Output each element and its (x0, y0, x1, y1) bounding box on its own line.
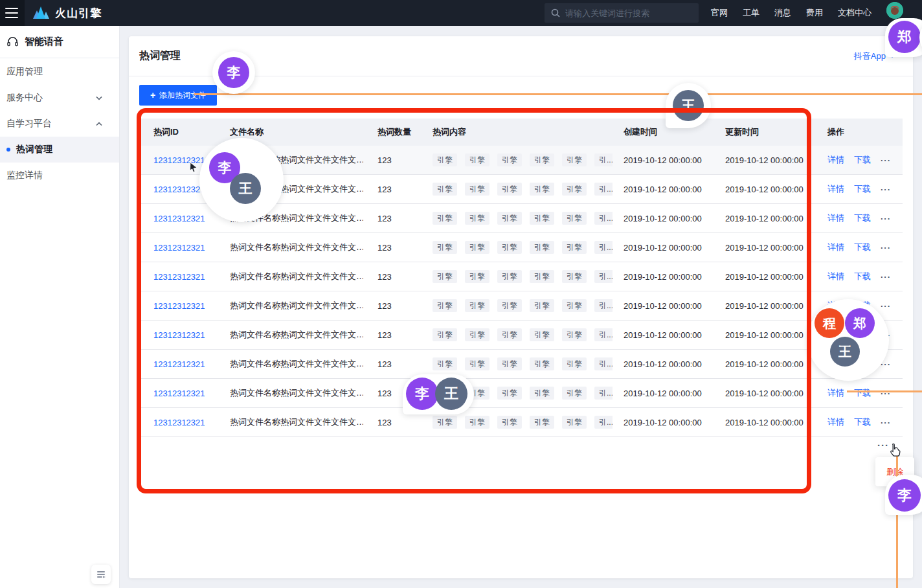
brand-logo[interactable]: 火山引擎 (32, 0, 102, 26)
hotword-tag: 引擎 (530, 357, 554, 370)
hotword-tag: 引擎 (433, 299, 457, 312)
updated-time-cell: 2019-10-12 00:00:00 (714, 359, 816, 369)
tag-list: 引擎引擎引擎引擎引擎引... (433, 328, 613, 341)
sidebar-item-hotword-management[interactable]: 热词管理 (0, 137, 119, 163)
row-actions: 详情下载··· (827, 212, 903, 224)
tag-list: 引擎引擎引擎引擎引擎引... (433, 270, 613, 283)
hotword-id-link[interactable]: 12312312321 (153, 330, 205, 340)
row-more-button[interactable]: ··· (881, 243, 891, 253)
hotword-tag: 引擎 (433, 212, 457, 225)
hotword-tag: 引擎 (497, 357, 522, 370)
detail-link[interactable]: 详情 (827, 271, 844, 282)
detail-link[interactable]: 详情 (827, 183, 844, 195)
search-icon (551, 8, 560, 17)
created-time-cell: 2019-10-12 00:00:00 (613, 155, 714, 165)
hotword-id-link[interactable]: 12312312321 (153, 389, 205, 398)
row-more-button[interactable]: ··· (881, 185, 891, 194)
table-row: 12312312321热词文件名称热词文件文件文件文…123引擎引擎引擎引擎引擎… (139, 321, 903, 350)
hotword-id-link[interactable]: 12312312321 (153, 301, 205, 311)
row-more-button[interactable]: ··· (881, 155, 891, 165)
download-link[interactable]: 下载 (854, 387, 871, 399)
hotword-count-cell: 123 (363, 243, 418, 253)
row-more-button[interactable]: ··· (881, 418, 891, 427)
actions-cell: 详情下载··· (816, 416, 903, 428)
quick-entry-button[interactable] (91, 565, 111, 584)
hotword-tag: 引擎 (497, 270, 522, 283)
tag-list: 引擎引擎引擎引擎引擎引... (433, 212, 613, 225)
hotword-id-link[interactable]: 12312312321 (153, 214, 205, 223)
detail-link[interactable]: 详情 (827, 242, 844, 253)
hotword-tag: 引擎 (433, 416, 457, 429)
hotword-tag: 引擎 (562, 183, 587, 196)
row-more-button[interactable]: ··· (881, 214, 891, 223)
search-input[interactable] (565, 8, 692, 18)
sidebar-item-label: 应用管理 (6, 66, 43, 78)
row-more-button[interactable]: ··· (881, 301, 891, 311)
hamburger-menu-button[interactable] (0, 0, 25, 26)
avatar-wang: 王 (435, 378, 467, 410)
actions-cell: 详情下载··· (816, 183, 903, 195)
nav-link-ticket[interactable]: 工单 (743, 7, 759, 19)
hotword-id-cell: 12312312321 (139, 301, 216, 311)
sidebar-item-app-management[interactable]: 应用管理 (0, 59, 119, 85)
detail-link[interactable]: 详情 (827, 416, 844, 428)
download-link[interactable]: 下载 (854, 154, 871, 166)
table-row: 12312312321热词文件名称热词文件文件文件文…123引擎引擎引擎引擎引擎… (139, 291, 903, 321)
download-link[interactable]: 下载 (854, 242, 871, 253)
created-time-cell: 2019-10-12 00:00:00 (613, 243, 714, 253)
row-more-button[interactable]: ··· (881, 389, 891, 398)
hotword-id-link[interactable]: 12312312321 (153, 418, 205, 427)
file-name-cell: 热词文件名称热词文件文件文件文… (216, 358, 363, 370)
hotword-content-cell: 引擎引擎引擎引擎引擎引... (418, 416, 613, 429)
user-avatar[interactable] (886, 2, 903, 19)
hotword-tag: 引擎 (433, 328, 457, 341)
hotword-tag: 引... (594, 270, 613, 283)
hotword-id-link[interactable]: 12312312321 (153, 243, 205, 253)
sidebar-item-label: 热词管理 (16, 144, 52, 155)
avatar-li: 李 (406, 378, 438, 410)
detail-link[interactable]: 详情 (827, 154, 844, 166)
updated-time-cell: 2019-10-12 00:00:00 (714, 272, 816, 282)
hotword-content-cell: 引擎引擎引擎引擎引擎引... (418, 241, 613, 254)
avatar-zheng: 郑 (888, 21, 921, 53)
nav-link-message[interactable]: 消息 (774, 7, 791, 19)
row-actions: 详情下载··· (827, 154, 903, 166)
nav-link-billing[interactable]: 费用 (806, 7, 823, 19)
nav-link-docs[interactable]: 文档中心 (838, 7, 871, 19)
hotword-id-link[interactable]: 12312312321 (153, 272, 205, 282)
hotword-tag: 引擎 (497, 416, 522, 429)
hotword-id-link[interactable]: 12312312321 (153, 185, 205, 194)
hotword-tag: 引擎 (433, 183, 457, 196)
col-header-file-name: 文件名称 (216, 126, 363, 138)
detail-link[interactable]: 详情 (827, 387, 844, 399)
add-hotword-file-button[interactable]: + 添加热词文件 (139, 85, 217, 106)
hotword-tag: 引擎 (465, 299, 489, 312)
row-more-button[interactable]: ··· (881, 272, 891, 282)
hotword-tag: 引擎 (465, 270, 489, 283)
download-link[interactable]: 下载 (854, 212, 871, 224)
sidebar-item-service-center[interactable]: 服务中心 (0, 85, 119, 111)
nav-link-official-site[interactable]: 官网 (711, 7, 728, 19)
download-link[interactable]: 下载 (854, 416, 871, 428)
hotword-id-link[interactable]: 12312312321 (153, 359, 205, 369)
file-name-cell: 热词文件名称热词文件文件文件文… (216, 242, 363, 253)
sidebar-item-monitor-detail[interactable]: 监控详情 (0, 163, 119, 188)
hotword-content-cell: 引擎引擎引擎引擎引擎引... (418, 328, 613, 341)
tag-list: 引擎引擎引擎引擎引擎引... (433, 153, 613, 166)
hotword-tag: 引擎 (497, 153, 522, 166)
global-search[interactable] (545, 3, 699, 23)
download-link[interactable]: 下载 (854, 183, 871, 195)
hotword-id-cell: 12312312321 (139, 272, 216, 282)
sidebar-item-self-learning-platform[interactable]: 自学习平台 (0, 111, 119, 137)
download-link[interactable]: 下载 (854, 271, 871, 282)
detail-link[interactable]: 详情 (827, 212, 844, 224)
topnav-links: 官网 工单 消息 费用 文档中心 (711, 0, 871, 26)
hotword-id-cell: 12312312321 (139, 243, 216, 253)
hotword-content-cell: 引擎引擎引擎引擎引擎引... (418, 183, 613, 196)
annotation-line-vertical (896, 453, 898, 588)
hotword-tag: 引擎 (562, 357, 587, 370)
hotword-tag: 引擎 (562, 241, 587, 254)
avatar-wang: 王 (673, 90, 704, 121)
collaborator-cursor (189, 162, 198, 175)
sidebar-title: 智能语音 (25, 36, 63, 48)
